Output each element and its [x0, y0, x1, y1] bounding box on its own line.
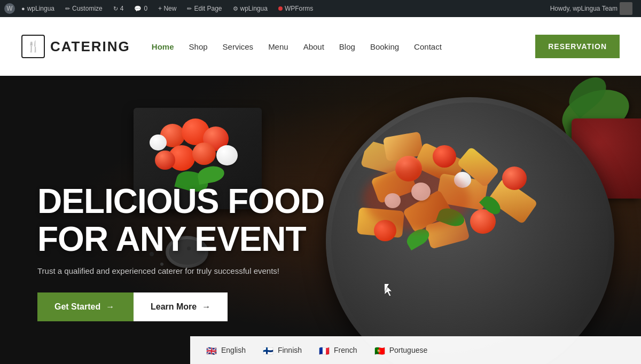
- nav-home[interactable]: Home: [152, 42, 174, 51]
- learn-more-button[interactable]: Learn More →: [134, 292, 228, 321]
- admin-wplingua[interactable]: ⚙ wpLingua: [229, 0, 272, 17]
- hero-title: DELICIOUS FOOD FOR ANY EVENT: [37, 183, 324, 258]
- admin-howdy[interactable]: Howdy, wpLingua Team: [546, 0, 637, 17]
- logo-icon: 🍴: [21, 35, 45, 58]
- admin-new[interactable]: + New: [154, 0, 181, 17]
- get-started-button[interactable]: Get Started →: [37, 292, 134, 321]
- arrow-right-icon: →: [106, 302, 114, 312]
- lang-english-label: English: [221, 346, 246, 354]
- admin-bar: W ● wpLingua ✏ Customize ↻ 4 💬 0 + New ✏…: [0, 0, 641, 17]
- admin-comments[interactable]: 💬 0: [130, 0, 152, 17]
- flag-french: 🇫🇷: [319, 346, 331, 354]
- admin-edit-page[interactable]: ✏ Edit Page: [183, 0, 226, 17]
- lang-english[interactable]: 🇬🇧 English: [199, 343, 253, 358]
- hero-title-line1: DELICIOUS FOOD: [37, 182, 324, 220]
- lang-french-label: French: [334, 346, 357, 354]
- nav-booking[interactable]: Booking: [370, 42, 399, 51]
- admin-bar-right: Howdy, wpLingua Team: [546, 0, 637, 17]
- nav-contact[interactable]: Contact: [414, 42, 442, 51]
- lang-portuguese-label: Portuguese: [389, 346, 428, 354]
- flag-finnish: 🇫🇮: [263, 346, 275, 354]
- nav-services[interactable]: Services: [223, 42, 254, 51]
- admin-customize[interactable]: ✏ Customize: [61, 0, 107, 17]
- wp-logo[interactable]: W: [4, 3, 15, 14]
- nav-shop[interactable]: Shop: [189, 42, 208, 51]
- arrow-right-icon-2: →: [202, 302, 210, 312]
- flag-portuguese: 🇵🇹: [374, 346, 386, 354]
- lang-portuguese[interactable]: 🇵🇹 Portuguese: [367, 343, 435, 358]
- nav-menu[interactable]: Menu: [268, 42, 288, 51]
- hero-title-line2: FOR ANY EVENT: [37, 220, 306, 258]
- nav-about[interactable]: About: [303, 42, 324, 51]
- site-header: 🍴 CATERING Home Shop Services Menu About…: [0, 17, 641, 76]
- admin-wpforms[interactable]: WPForms: [274, 0, 317, 17]
- hero-section: DELICIOUS FOOD FOR ANY EVENT Trust a qua…: [0, 76, 641, 364]
- site-logo[interactable]: 🍴 CATERING: [21, 35, 130, 58]
- admin-site-name[interactable]: ● wpLingua: [17, 0, 59, 17]
- admin-updates[interactable]: ↻ 4: [109, 0, 128, 17]
- hero-content: DELICIOUS FOOD FOR ANY EVENT Trust a qua…: [37, 183, 324, 321]
- lang-french[interactable]: 🇫🇷 French: [311, 343, 365, 358]
- nav-blog[interactable]: Blog: [339, 42, 355, 51]
- lang-finnish-label: Finnish: [278, 346, 302, 354]
- lang-finnish[interactable]: 🇫🇮 Finnish: [255, 343, 309, 358]
- hero-subtitle: Trust a qualified and experienced catere…: [37, 266, 283, 275]
- main-nav: Home Shop Services Menu About Blog Booki…: [152, 42, 535, 51]
- language-bar: 🇬🇧 English 🇫🇮 Finnish 🇫🇷 French 🇵🇹 Portu…: [190, 336, 641, 364]
- logo-text: CATERING: [50, 38, 130, 55]
- hero-buttons: Get Started → Learn More →: [37, 292, 324, 321]
- reservation-button[interactable]: RESERVATION: [535, 35, 620, 58]
- flag-english: 🇬🇧: [206, 346, 218, 354]
